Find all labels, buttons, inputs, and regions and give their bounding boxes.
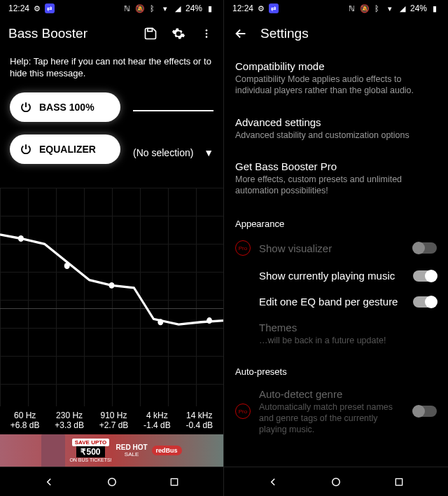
app-icon: ⇄	[45, 4, 55, 13]
nav-home-icon[interactable]	[322, 468, 350, 496]
equalizer-label: EQUALIZER	[39, 144, 96, 155]
nfc-icon: ℕ	[122, 4, 132, 13]
band-2: 910 Hz+2.7 dB	[99, 411, 129, 430]
svg-point-7	[158, 319, 163, 325]
switch[interactable]	[413, 296, 437, 308]
help-message[interactable]: Help: Tap here if you can not hear the e…	[0, 50, 223, 90]
equalizer-graph[interactable]	[0, 188, 223, 406]
ad-image	[41, 434, 65, 467]
dnd-icon: 🔕	[135, 4, 145, 13]
toggle-visualizer: Pro Show visualizer	[224, 233, 448, 263]
status-bar: 12:24 ⚙ ⇄ ℕ 🔕 ᛒ ▾ ◢ 24% ▮	[224, 0, 448, 17]
svg-point-4	[18, 235, 24, 242]
switch	[413, 406, 437, 417]
app-title: Bass Booster	[8, 26, 131, 41]
ad-brand: redBus	[152, 446, 182, 455]
preset-dropdown[interactable]: (No selection) ▼	[133, 147, 214, 158]
gear-icon: ⚙	[32, 4, 42, 13]
power-icon	[20, 143, 32, 156]
band-1: 230 Hz+3.3 dB	[55, 411, 84, 430]
signal-icon: ◢	[173, 4, 183, 13]
app-icon: ⇄	[269, 4, 279, 13]
overflow-icon[interactable]	[198, 25, 215, 42]
nav-back-icon[interactable]	[259, 468, 287, 496]
band-3: 4 kHz-1.4 dB	[144, 411, 171, 430]
nav-bar	[0, 467, 223, 496]
pro-badge-icon: Pro	[235, 404, 251, 419]
bass-button[interactable]: BASS 100%	[10, 92, 120, 122]
toggle-auto-detect-genre: Pro Auto-detect genre Automatically matc…	[224, 381, 448, 443]
gear-icon[interactable]	[170, 25, 187, 42]
switch[interactable]	[413, 270, 437, 282]
nav-recent-icon[interactable]	[160, 468, 188, 496]
svg-point-9	[108, 478, 115, 485]
svg-point-11	[332, 478, 340, 485]
svg-point-2	[206, 33, 208, 35]
battery-icon: ▮	[205, 4, 215, 13]
preset-value: (No selection)	[133, 147, 193, 158]
switch	[413, 242, 437, 254]
svg-point-1	[206, 29, 208, 32]
back-icon[interactable]	[232, 25, 249, 42]
setting-get-pro[interactable]: Get Bass Booster Pro More effects, custo…	[224, 151, 448, 207]
toggle-edit-one-band[interactable]: Edit one EQ band per gesture	[224, 289, 448, 315]
status-bar: 12:24 ⚙ ⇄ ℕ 🔕 ᛒ ▾ ◢ 24% ▮	[0, 0, 223, 17]
dnd-icon: 🔕	[360, 4, 370, 13]
app-bar: Bass Booster	[0, 17, 223, 50]
band-4: 14 kHz-0.4 dB	[186, 411, 213, 430]
nav-bar	[224, 467, 448, 496]
section-autopresets: Auto-presets	[224, 354, 448, 381]
equalizer-labels: 60 Hz+6.8 dB 230 Hz+3.3 dB 910 Hz+2.7 dB…	[0, 406, 223, 434]
nav-home-icon[interactable]	[98, 468, 126, 496]
bluetooth-icon: ᛒ	[372, 4, 382, 13]
svg-rect-0	[148, 29, 153, 32]
bass-label: BASS 100%	[39, 102, 94, 113]
status-time: 12:24	[8, 4, 29, 13]
toggle-currently-playing[interactable]: Show currently playing music	[224, 263, 448, 289]
battery-text: 24%	[186, 4, 202, 13]
svg-rect-12	[396, 478, 402, 485]
power-icon	[20, 101, 32, 113]
setting-themes: Themes …will be back in a future update!	[224, 315, 448, 353]
battery-icon: ▮	[430, 4, 440, 13]
signal-icon: ◢	[398, 4, 407, 13]
svg-point-8	[206, 317, 212, 324]
nav-recent-icon[interactable]	[385, 468, 413, 496]
svg-point-6	[109, 282, 115, 289]
svg-rect-10	[172, 478, 178, 485]
save-icon[interactable]	[142, 25, 159, 42]
app-bar: Settings	[224, 17, 448, 50]
svg-point-3	[206, 36, 208, 38]
section-appearance: Appearance	[224, 206, 448, 233]
bluetooth-icon: ᛒ	[148, 4, 158, 13]
band-0: 60 Hz+6.8 dB	[10, 411, 40, 430]
svg-point-5	[64, 263, 70, 269]
bass-slider[interactable]	[133, 110, 214, 111]
pro-badge-icon: Pro	[235, 240, 251, 256]
setting-compat[interactable]: Compatibility mode Compatibility Mode ap…	[224, 50, 448, 106]
wifi-icon: ▾	[385, 4, 395, 13]
gear-icon: ⚙	[256, 4, 266, 13]
battery-text: 24%	[410, 4, 427, 13]
settings-title: Settings	[260, 26, 440, 41]
nfc-icon: ℕ	[347, 4, 357, 13]
setting-advanced[interactable]: Advanced settings Advanced stability and…	[224, 106, 448, 151]
status-time: 12:24	[232, 4, 253, 13]
equalizer-button[interactable]: EQUALIZER	[10, 135, 120, 164]
chevron-down-icon: ▼	[204, 147, 214, 158]
wifi-icon: ▾	[160, 4, 170, 13]
nav-back-icon[interactable]	[35, 468, 63, 496]
settings-list[interactable]: Compatibility mode Compatibility Mode ap…	[224, 50, 448, 467]
ad-banner[interactable]: SAVE UPTO ₹500 ON BUS TICKETS! RED HOT S…	[0, 434, 223, 467]
